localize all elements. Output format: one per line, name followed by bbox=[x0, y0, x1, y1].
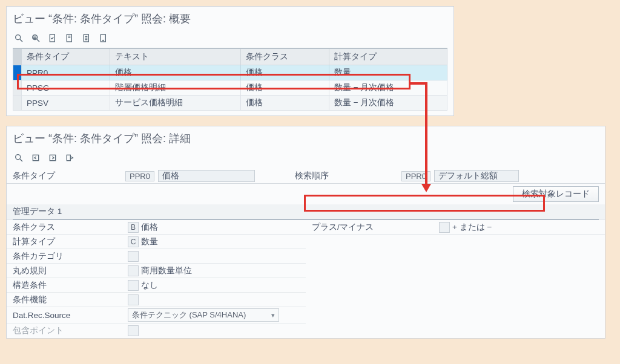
svg-rect-8 bbox=[67, 34, 71, 42]
col-text[interactable]: テキスト bbox=[110, 48, 240, 65]
svg-point-17 bbox=[16, 155, 21, 160]
field-round-rule: 丸め規則 商用数量単位 bbox=[7, 264, 306, 278]
svg-rect-19 bbox=[33, 155, 38, 160]
svg-rect-21 bbox=[67, 155, 70, 160]
svg-rect-20 bbox=[50, 155, 55, 160]
table-header: 条件タイプ テキスト 条件クラス 計算タイプ bbox=[13, 48, 447, 65]
detail-toolbar bbox=[7, 149, 605, 167]
field-cond-class: 条件クラス B 価格 bbox=[7, 220, 306, 235]
col-calc[interactable]: 計算タイプ bbox=[329, 48, 447, 65]
field-dat-src: Dat.Rec.Source 条件テクニック (SAP S/4HANA) ▾ bbox=[7, 307, 306, 323]
prev-icon[interactable] bbox=[30, 152, 42, 164]
group-title: 管理データ 1 bbox=[7, 204, 605, 219]
next-icon[interactable] bbox=[47, 152, 59, 164]
dat-src-select[interactable]: 条件テクニック (SAP S/4HANA) ▾ bbox=[128, 308, 279, 322]
cond-type-field: 条件タイプ PPR0 価格 bbox=[13, 170, 255, 182]
svg-line-18 bbox=[20, 159, 22, 161]
overview-toolbar bbox=[7, 30, 453, 48]
field-incl-point: 包含ポイント bbox=[7, 323, 306, 338]
svg-line-3 bbox=[37, 39, 39, 42]
detail-title: ビュー “条件: 条件タイプ” 照会: 詳細 bbox=[7, 126, 605, 149]
svg-point-16 bbox=[103, 40, 104, 41]
detail-panel: ビュー “条件: 条件タイプ” 照会: 詳細 条件タイプ PPR0 価格 検索順… bbox=[6, 126, 605, 339]
col-cond-type[interactable]: 条件タイプ bbox=[22, 48, 110, 65]
search-icon[interactable] bbox=[13, 152, 25, 164]
field-struct-cond: 構造条件 なし bbox=[7, 278, 306, 293]
svg-line-1 bbox=[20, 39, 22, 42]
field-calc-type: 計算タイプ C 数量 bbox=[7, 235, 306, 249]
svg-point-0 bbox=[16, 35, 21, 40]
search-icon[interactable] bbox=[13, 32, 25, 44]
doc-list-icon[interactable] bbox=[81, 32, 93, 44]
condition-table: 条件タイプ テキスト 条件クラス 計算タイプ PPR0 価格 価格 数量 PPS… bbox=[13, 48, 447, 111]
doc-check-icon[interactable] bbox=[47, 32, 59, 44]
col-class[interactable]: 条件クラス bbox=[241, 48, 329, 65]
search-detail-icon[interactable] bbox=[30, 32, 42, 44]
table-row[interactable]: PPSG 階層価格明細 価格 数量 − 月次価格 bbox=[13, 80, 447, 96]
export-icon[interactable] bbox=[64, 152, 76, 164]
field-plus-minus: プラス/マイナス + または − bbox=[306, 220, 605, 235]
search-records-button[interactable]: 検索対象レコード bbox=[513, 186, 599, 202]
field-cond-cat: 条件カテゴリ bbox=[7, 249, 306, 264]
table-row[interactable]: PPSV サービス価格明細 価格 数量 − 月次価格 bbox=[13, 96, 447, 111]
overview-title: ビュー “条件: 条件タイプ” 照会: 概要 bbox=[7, 7, 453, 30]
search-seq-field: 検索順序 PPR0 デフォルト総額 bbox=[295, 170, 519, 182]
overview-panel: ビュー “条件: 条件タイプ” 照会: 概要 条件タイプ テキスト 条件クラス … bbox=[6, 6, 454, 116]
chevron-down-icon: ▾ bbox=[271, 311, 275, 319]
table-row[interactable]: PPR0 価格 価格 数量 bbox=[13, 65, 447, 80]
doc-more-icon[interactable] bbox=[97, 32, 110, 44]
doc-edit-icon[interactable] bbox=[64, 32, 76, 44]
field-cond-func: 条件機能 bbox=[7, 293, 306, 307]
